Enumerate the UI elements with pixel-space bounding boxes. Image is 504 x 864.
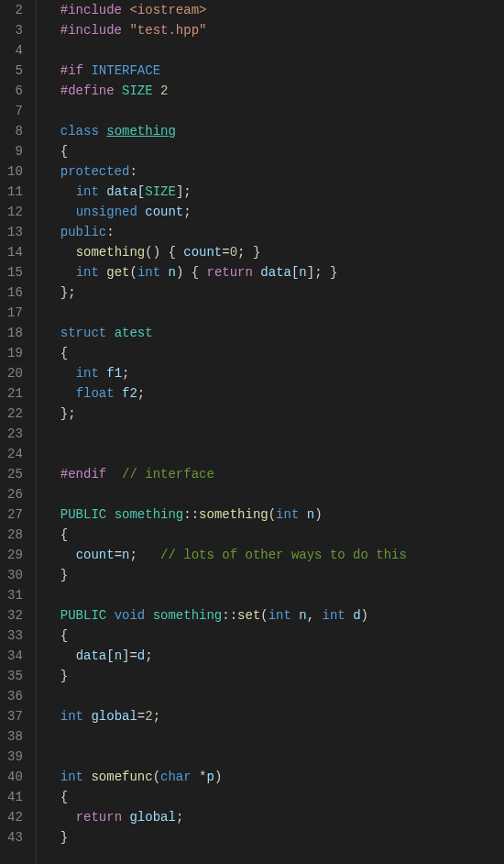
token-white <box>99 124 106 138</box>
code-line[interactable]: public: <box>60 222 407 242</box>
code-line[interactable]: class something <box>60 121 407 141</box>
code-line[interactable]: float f2; <box>60 383 407 404</box>
code-line[interactable]: int somefunc(char *p) <box>60 767 407 787</box>
token-punc: ]; <box>176 184 192 199</box>
code-editor[interactable]: 2345678910111213141516171819202122232425… <box>0 0 504 864</box>
token-def: SIZE <box>122 83 153 98</box>
token-punc: ) { <box>176 265 207 280</box>
line-number: 2 <box>7 0 23 20</box>
line-number: 22 <box>7 404 23 424</box>
code-line[interactable] <box>60 585 407 605</box>
token-punc: } <box>60 830 68 845</box>
code-line[interactable]: int f1; <box>60 363 407 383</box>
token-ctrl: return <box>76 810 122 825</box>
line-number: 5 <box>7 61 23 81</box>
code-line[interactable]: return global; <box>60 807 407 827</box>
token-punc: { <box>60 346 68 360</box>
code-line[interactable]: { <box>60 626 407 646</box>
code-line[interactable]: #include <iostream> <box>60 0 407 20</box>
line-number: 29 <box>7 545 23 565</box>
token-white <box>60 548 76 562</box>
code-line[interactable] <box>60 686 407 706</box>
token-type: float <box>76 386 115 401</box>
code-line[interactable]: int get(int n) { return data[n]; } <box>60 262 407 282</box>
line-number: 39 <box>7 747 23 767</box>
line-number: 17 <box>7 303 23 323</box>
token-punc: :: <box>183 507 199 522</box>
token-punc: ; <box>145 648 152 663</box>
token-var: n <box>307 507 314 522</box>
code-line[interactable] <box>60 747 407 767</box>
code-line[interactable] <box>60 424 407 444</box>
code-line[interactable]: int global=2; <box>60 706 407 726</box>
code-line[interactable]: PUBLIC something::something(int n) <box>60 504 407 525</box>
token-punc: ) <box>314 507 322 522</box>
code-line[interactable]: PUBLIC void something::set(int n, int d) <box>60 605 407 626</box>
token-white <box>106 467 122 482</box>
line-number: 11 <box>7 182 23 202</box>
code-area[interactable]: #include <iostream>#include "test.hpp" #… <box>37 0 407 864</box>
line-number: 16 <box>7 282 23 303</box>
token-kw: class <box>60 124 99 138</box>
line-number-gutter: 2345678910111213141516171819202122232425… <box>0 0 37 864</box>
code-line[interactable] <box>60 303 407 323</box>
code-line[interactable]: #if INTERFACE <box>60 61 407 81</box>
token-var: n <box>169 265 176 280</box>
code-line[interactable]: { <box>60 343 407 363</box>
code-line[interactable] <box>60 484 407 504</box>
code-line[interactable]: { <box>60 141 407 161</box>
token-var: f2 <box>122 386 137 401</box>
code-line[interactable]: protected: <box>60 161 407 182</box>
token-white <box>137 205 145 219</box>
token-punc: , <box>307 608 323 623</box>
code-line[interactable]: #define SIZE 2 <box>60 81 407 101</box>
token-def: PUBLIC <box>60 608 106 623</box>
code-line[interactable] <box>60 726 407 747</box>
code-line[interactable]: }; <box>60 282 407 303</box>
token-ctrl: return <box>207 265 253 280</box>
token-white <box>60 184 76 199</box>
token-op: = <box>115 548 122 562</box>
code-line[interactable]: }; <box>60 404 407 424</box>
code-line[interactable]: unsigned count; <box>60 202 407 222</box>
code-line[interactable]: struct atest <box>60 323 407 343</box>
token-func: set <box>237 608 260 623</box>
line-number: 30 <box>7 565 23 585</box>
token-white <box>106 608 114 623</box>
token-func: get <box>106 265 129 280</box>
code-line[interactable]: } <box>60 565 407 585</box>
token-punc: } <box>60 568 68 582</box>
token-type: int <box>276 507 299 522</box>
token-op: = <box>129 648 137 663</box>
code-line[interactable] <box>60 101 407 121</box>
token-var: n <box>299 265 306 280</box>
code-line[interactable]: } <box>60 666 407 686</box>
code-line[interactable]: #include "test.hpp" <box>60 20 407 40</box>
line-number: 35 <box>7 666 23 686</box>
line-number: 6 <box>7 81 23 101</box>
token-punc: ; <box>137 386 145 401</box>
token-op: = <box>137 709 145 724</box>
token-type: int <box>137 265 160 280</box>
token-white <box>115 386 122 401</box>
token-pp: #endif <box>60 467 106 482</box>
line-number: 43 <box>7 827 23 847</box>
token-white <box>106 507 114 522</box>
token-white <box>153 83 160 98</box>
token-white <box>106 326 114 340</box>
token-var: n <box>115 648 122 663</box>
line-number: 28 <box>7 525 23 545</box>
code-line[interactable]: #endif // interface <box>60 464 407 484</box>
token-white <box>345 608 353 623</box>
token-punc: ; <box>183 205 191 219</box>
code-line[interactable]: something() { count=0; } <box>60 242 407 262</box>
code-line[interactable] <box>60 40 407 61</box>
code-line[interactable]: count=n; // lots of other ways to do thi… <box>60 545 407 565</box>
line-number: 15 <box>7 262 23 282</box>
code-line[interactable]: data[n]=d; <box>60 646 407 666</box>
code-line[interactable] <box>60 444 407 464</box>
code-line[interactable]: { <box>60 525 407 545</box>
code-line[interactable]: } <box>60 827 407 847</box>
code-line[interactable]: int data[SIZE]; <box>60 182 407 202</box>
code-line[interactable]: { <box>60 787 407 807</box>
